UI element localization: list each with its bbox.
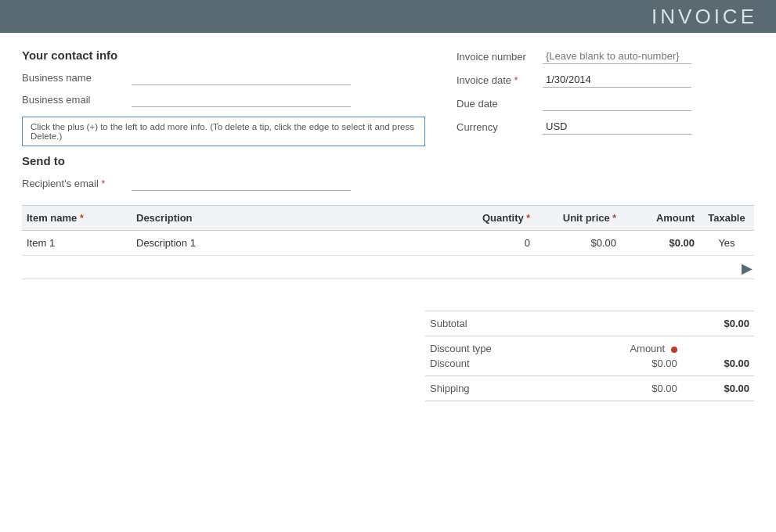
send-to-section: Send to Recipient's email * xyxy=(22,154,425,191)
cell-unit-price[interactable]: $0.00 xyxy=(535,231,621,256)
th-taxable: Taxable xyxy=(699,206,754,231)
discount-indicator xyxy=(671,347,677,353)
top-section: Your contact info Business name Business… xyxy=(22,49,754,197)
item-name-required: * xyxy=(80,213,84,224)
subtotal-label: Subtotal xyxy=(425,311,572,336)
discount-label: Discount xyxy=(425,356,572,376)
shipping-label: Shipping xyxy=(425,376,572,401)
th-unit-price: Unit price * xyxy=(535,206,621,231)
invoice-date-input[interactable] xyxy=(543,72,691,88)
cell-amount: $0.00 xyxy=(621,231,699,256)
cell-description[interactable]: Description 1 xyxy=(132,231,457,256)
invoice-date-required: * xyxy=(514,75,518,86)
due-date-row: Due date xyxy=(457,95,754,111)
totals-table: Subtotal $0.00 Discount type Amount Disc… xyxy=(425,311,754,401)
unit-price-required: * xyxy=(612,213,616,224)
contact-info-title: Your contact info xyxy=(22,49,425,62)
invoice-number-row: Invoice number xyxy=(457,49,754,64)
business-email-label: Business email xyxy=(22,94,124,106)
recipient-email-input[interactable] xyxy=(132,175,351,191)
right-section: Invoice number Invoice date * Due date C… xyxy=(457,49,754,197)
subtotal-value: $0.00 xyxy=(682,311,754,336)
business-name-input[interactable] xyxy=(132,70,351,85)
shipping-total: $0.00 xyxy=(682,376,754,401)
totals-section: Subtotal $0.00 Discount type Amount Disc… xyxy=(0,311,776,401)
table-row: Item 1 Description 1 0 $0.00 $0.00 Yes xyxy=(22,231,754,256)
items-table-container: Item name * Description Quantity * Unit … xyxy=(22,205,754,279)
table-header: Item name * Description Quantity * Unit … xyxy=(22,206,754,231)
discount-row: Discount $0.00 $0.00 xyxy=(425,356,754,376)
page-title: INVOICE xyxy=(651,5,757,29)
invoice-number-label: Invoice number xyxy=(457,51,535,63)
recipient-email-row: Recipient's email * xyxy=(22,175,425,191)
th-description: Description xyxy=(132,206,457,231)
discount-total: $0.00 xyxy=(682,356,754,376)
invoice-date-label: Invoice date * xyxy=(457,74,535,86)
cell-taxable[interactable]: Yes xyxy=(699,231,754,256)
business-name-label: Business name xyxy=(22,72,124,84)
tooltip-box: Click the plus (+) to the left to add mo… xyxy=(22,117,425,146)
business-name-row: Business name xyxy=(22,70,425,85)
items-table: Item name * Description Quantity * Unit … xyxy=(22,205,754,279)
th-amount: Amount xyxy=(621,206,699,231)
invoice-date-row: Invoice date * xyxy=(457,72,754,88)
due-date-input[interactable] xyxy=(543,95,691,111)
page-header: INVOICE xyxy=(0,0,776,33)
table-body: Item 1 Description 1 0 $0.00 $0.00 Yes ▶ xyxy=(22,231,754,279)
main-content: Your contact info Business name Business… xyxy=(0,33,776,295)
currency-input[interactable] xyxy=(543,119,691,135)
discount-amount-col-label: Amount xyxy=(572,336,682,357)
due-date-label: Due date xyxy=(457,98,535,110)
scroll-right-icon: ▶ xyxy=(742,260,753,277)
discount-header-row: Discount type Amount xyxy=(425,336,754,357)
send-to-title: Send to xyxy=(22,154,425,167)
quantity-required: * xyxy=(526,213,530,224)
recipient-email-label: Recipient's email * xyxy=(22,178,124,189)
th-quantity: Quantity * xyxy=(457,206,535,231)
invoice-number-input[interactable] xyxy=(543,49,691,64)
left-section: Your contact info Business name Business… xyxy=(22,49,425,197)
discount-value: $0.00 xyxy=(572,356,682,376)
currency-row: Currency xyxy=(457,119,754,135)
th-item-name: Item name * xyxy=(22,206,132,231)
cell-item-name[interactable]: Item 1 xyxy=(22,231,132,256)
subtotal-row: Subtotal $0.00 xyxy=(425,311,754,336)
shipping-value: $0.00 xyxy=(572,376,682,401)
tooltip-text: Click the plus (+) to the left to add mo… xyxy=(31,122,414,141)
business-email-row: Business email xyxy=(22,92,425,107)
discount-type-label: Discount type xyxy=(425,336,572,357)
cell-quantity[interactable]: 0 xyxy=(457,231,535,256)
recipient-required-star: * xyxy=(101,178,105,189)
currency-label: Currency xyxy=(457,121,535,133)
shipping-row: Shipping $0.00 $0.00 xyxy=(425,376,754,401)
business-email-input[interactable] xyxy=(132,92,351,107)
